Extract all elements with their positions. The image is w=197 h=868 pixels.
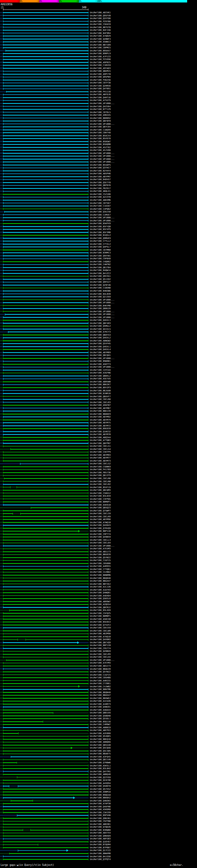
hit-label[interactable]: UniRef100_UP1000... <box>90 659 114 661</box>
hit-label[interactable]: UniRef100_A3GFN6 <box>90 372 110 374</box>
hit-label[interactable]: UniRef100_UP1000... <box>90 357 114 360</box>
hit-row[interactable]: UniRef100_Q55DL1 <box>0 717 197 720</box>
hit-label[interactable]: UniRef100_Q5MGL2 <box>90 325 110 327</box>
hit-row[interactable]: UniRef100_B6JUU0 <box>0 389 197 392</box>
hit-label[interactable]: UniRef100_A7UQ10 <box>90 636 110 638</box>
hit-row[interactable]: UniRef100_Q6CQH1 <box>0 354 197 357</box>
hit-row[interactable]: UniRef100_Q20NF3 <box>0 37 197 41</box>
hit-row[interactable]: UniRef100_C5DH12 <box>0 492 197 495</box>
hit-row[interactable]: UniRef100_A5E7U5 <box>0 377 197 380</box>
hit-label[interactable]: UniRef100_UP1000... <box>90 155 114 157</box>
hit-label[interactable]: UniRef100_Q6F8F0 <box>90 120 110 122</box>
hit-row[interactable]: UniRef100_B7T1Z9 <box>0 108 197 111</box>
hit-row[interactable]: UniRef100_A6YM77 <box>0 456 197 459</box>
hit-row[interactable]: UniRef100_B6TI09 <box>0 43 197 46</box>
hit-row[interactable]: UniRef100_B6DDE9 <box>0 412 197 416</box>
hit-row[interactable]: UniRef100_B5DJ16 <box>0 720 197 723</box>
hit-row[interactable]: UniRef100_B6G639 <box>0 553 197 556</box>
hit-label[interactable]: UniRef100_B8P110 <box>90 530 110 532</box>
hit-row[interactable]: UniRef100_Q4HT16 <box>0 96 197 99</box>
hit-label[interactable]: UniRef100_Q4WQ01 <box>90 591 110 594</box>
hit-label[interactable]: UniRef100_UP1000... <box>90 302 114 304</box>
hit-label[interactable]: UniRef100_C4JW02 <box>90 685 110 688</box>
hit-row[interactable]: UniRef100_C8CLS4 <box>0 448 197 451</box>
hit-row[interactable]: UniRef100_B5FXP9 <box>0 228 197 231</box>
hit-row[interactable]: UniRef100_Q6YC04 <box>0 125 197 128</box>
hit-label[interactable]: UniRef100_C8CLR8 <box>90 398 110 401</box>
hit-row[interactable]: UniRef100_C1BVS9 <box>0 64 197 67</box>
hit-label[interactable]: UniRef100_Q4WG91 <box>90 706 110 708</box>
hit-row[interactable]: UniRef100_A4R955 <box>0 565 197 568</box>
hit-row[interactable]: UniRef100_Q8SS40 <box>0 744 197 747</box>
hit-label[interactable]: UniRef100_A5E7U5 <box>90 377 110 380</box>
hit-label[interactable]: UniRef100_B6QN48 <box>90 691 110 694</box>
hit-label[interactable]: UniRef100_Q4X843 <box>90 524 110 527</box>
hit-row[interactable]: UniRef100_A6YM93 <box>0 454 197 457</box>
hit-label[interactable]: UniRef100_C8VJ59 <box>90 627 110 629</box>
hit-label[interactable]: UniRef100_A4D4D4 <box>90 595 110 597</box>
hit-label[interactable]: UniRef100_A6YM75 <box>90 422 110 424</box>
hit-row[interactable]: UniRef100_C5DNK9 <box>0 465 197 468</box>
hit-label[interactable]: UniRef100_A5WW13 <box>90 41 110 43</box>
hit-label[interactable]: UniRef100_A6YM67 <box>90 407 110 409</box>
hit-row[interactable]: UniRef100_C0SH66 <box>0 676 197 679</box>
hit-row[interactable]: UniRef100_Q9XYW1 <box>0 254 197 257</box>
hit-label[interactable]: UniRef100_Q6EM15 <box>90 70 110 72</box>
hit-label[interactable]: UniRef100_Q6CQH1 <box>90 354 110 356</box>
hit-label[interactable]: UniRef100_C1MVE7 <box>90 214 110 216</box>
hit-label[interactable]: UniRef100_B8M8P1 <box>90 501 110 503</box>
hit-row[interactable]: UniRef100_A7KCY3 <box>0 331 197 334</box>
hit-label[interactable]: UniRef100_A9BM18 <box>90 791 110 793</box>
hit-row[interactable]: UniRef100_B5X978 <box>0 137 197 140</box>
hit-row[interactable]: UniRef100_Q9BJN1 <box>0 817 197 820</box>
hit-label[interactable]: UniRef100_C8CLW9 <box>90 630 110 632</box>
hit-label[interactable]: UniRef100_UP1000... <box>90 310 114 313</box>
hit-row[interactable]: UniRef100_Q586T8 <box>0 784 197 787</box>
hit-row[interactable]: UniRef100_A7P133 <box>0 55 197 58</box>
hit-label[interactable]: UniRef100_A6S173 <box>90 551 110 553</box>
hit-label[interactable]: UniRef100_Q9FE27 <box>90 281 110 283</box>
hit-label[interactable]: UniRef100_C8CLH4 <box>90 656 110 658</box>
hit-label[interactable]: UniRef100_A6QLX1 <box>90 190 110 192</box>
hit-row[interactable]: UniRef100_A8PZB3 <box>0 837 197 840</box>
hit-row[interactable]: UniRef100_A7TQB3 <box>0 439 197 442</box>
hit-label[interactable]: UniRef100_A8BQK6 <box>90 741 110 743</box>
hit-row[interactable]: UniRef100_Q41VL5 <box>0 328 197 331</box>
hit-label[interactable]: UniRef100_A8X7X4 <box>90 832 110 834</box>
hit-label[interactable]: UniRef100_C6TF38 <box>90 82 110 84</box>
hit-label[interactable]: UniRef100_C5FQZ5 <box>90 612 110 615</box>
hit-label[interactable]: UniRef100_B3RMC3 <box>90 252 110 254</box>
hit-label[interactable]: UniRef100_A5DCX0 <box>90 618 110 620</box>
hit-row[interactable]: UniRef100_C7YQ61 <box>0 568 197 571</box>
hit-row[interactable]: UniRef100_C8CLR0 <box>0 480 197 483</box>
hit-label[interactable]: UniRef100_C9P0X8 <box>90 257 110 260</box>
hit-label[interactable]: UniRef100_A7AP30 <box>90 802 110 805</box>
hit-label[interactable]: UniRef100_Q4GVL4 <box>90 348 110 351</box>
hit-label[interactable]: UniRef100_B9RPL9 <box>90 52 110 55</box>
hit-label[interactable]: UniRef100_B0EQ16 <box>90 738 110 741</box>
hit-row[interactable]: UniRef100_Q8I1V6 <box>0 758 197 761</box>
hit-label[interactable]: UniRef100_UP1000... <box>90 316 114 319</box>
hit-label[interactable]: UniRef100_Q55DL1 <box>90 717 110 720</box>
hit-label[interactable]: UniRef100_Q5E7Y8 <box>90 181 110 184</box>
hit-row[interactable]: UniRef100_B3RWB8 <box>0 829 197 832</box>
hit-row[interactable]: UniRef100_C4PQ62 <box>0 208 197 211</box>
hit-label[interactable]: UniRef100_B5KPX9 <box>90 222 110 225</box>
hit-row[interactable]: UniRef100_Q1HE32 <box>0 430 197 433</box>
hit-row[interactable]: UniRef100_B6QN48 <box>0 691 197 694</box>
hit-label[interactable]: UniRef100_A8Q344 <box>90 436 110 439</box>
hit-row[interactable]: UniRef100_C8CLH4 <box>0 655 197 659</box>
hit-label[interactable]: UniRef100_A6YM70 <box>90 433 110 436</box>
hit-row[interactable]: UniRef100_Q5B3L6 <box>0 597 197 600</box>
hit-label[interactable]: UniRef100_A4VD94 <box>90 782 110 784</box>
hit-row[interactable]: UniRef100_A8D3M6 <box>0 198 197 202</box>
hit-row[interactable]: UniRef100_B8P110 <box>0 530 197 533</box>
hit-label[interactable]: UniRef100_B5DJ16 <box>90 720 110 723</box>
hit-label[interactable]: UniRef100_B6KBX2 <box>90 797 110 799</box>
hit-row[interactable]: UniRef100_A5WW13 <box>0 40 197 43</box>
hit-label[interactable]: UniRef100_B6K2K7 <box>90 383 110 386</box>
hit-label[interactable]: UniRef100_C8CLL3 <box>90 539 110 541</box>
hit-label[interactable]: UniRef100_A6YM77 <box>90 457 110 459</box>
hit-label[interactable]: UniRef100_Q4GVL2 <box>90 337 110 339</box>
hit-row[interactable]: UniRef100_A7EYM3 <box>0 661 197 664</box>
